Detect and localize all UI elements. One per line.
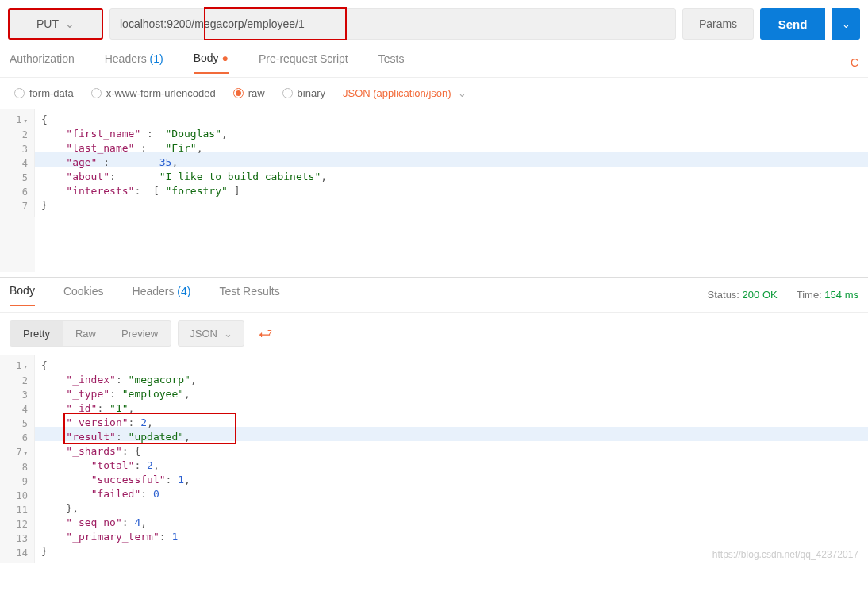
line-gutter: 1234567 (0, 109, 35, 217)
response-body-editor[interactable]: 1234567891011121314 { "_index": "megacor… (0, 355, 868, 563)
radio-icon (14, 88, 25, 98)
params-button[interactable]: Params (682, 8, 754, 40)
chevron-down-icon: ⌄ (842, 18, 851, 30)
view-raw-button[interactable]: Raw (63, 321, 109, 346)
resp-tab-headers[interactable]: Headers (4) (133, 285, 191, 305)
radio-form-data[interactable]: form-data (14, 87, 74, 99)
radio-icon (91, 88, 102, 98)
http-method-select[interactable]: PUT ⌄ (8, 8, 103, 40)
watermark-text: https://blog.csdn.net/qq_42372017 (712, 549, 858, 560)
resp-tab-cookies[interactable]: Cookies (63, 285, 104, 305)
radio-binary[interactable]: binary (282, 87, 325, 99)
radio-icon (282, 88, 293, 98)
view-preview-button[interactable]: Preview (109, 321, 171, 346)
response-status: Status: 200 OK Time: 154 ms (708, 289, 858, 301)
resp-tab-body[interactable]: Body (10, 284, 35, 306)
tab-headers[interactable]: Headers (1) (105, 52, 163, 73)
chevron-down-icon: ⌄ (65, 17, 75, 30)
chevron-down-icon: ⌄ (224, 328, 232, 340)
radio-icon (233, 88, 244, 98)
view-pretty-button[interactable]: Pretty (10, 321, 63, 346)
modified-dot-icon: ● (221, 52, 228, 64)
url-text: localhost:9200/megacorp/employee/1 (120, 17, 305, 30)
view-mode-group: Pretty Raw Preview (10, 320, 171, 347)
http-method-value: PUT (36, 17, 59, 30)
body-format-select[interactable]: JSON (application/json)⌄ (343, 87, 467, 99)
tab-tests[interactable]: Tests (378, 52, 405, 73)
wrap-lines-button[interactable]: ⮐ (251, 320, 281, 347)
wrap-icon: ⮐ (259, 325, 273, 341)
code-area[interactable]: { "first_name" : "Douglas", "last_name" … (35, 109, 868, 217)
tab-pre-request[interactable]: Pre-request Script (259, 52, 348, 73)
response-format-select[interactable]: JSON ⌄ (178, 320, 244, 347)
request-body-editor[interactable]: 1234567 { "first_name" : "Douglas", "las… (0, 109, 868, 217)
code-area[interactable]: { "_index": "megacorp", "_type": "employ… (35, 355, 868, 563)
send-dropdown-button[interactable]: ⌄ (832, 8, 860, 40)
chevron-down-icon: ⌄ (458, 87, 467, 99)
send-button[interactable]: Send (760, 8, 825, 40)
code-link[interactable]: C (851, 56, 858, 69)
url-input[interactable]: localhost:9200/megacorp/employee/1 (109, 8, 676, 40)
line-gutter: 1234567891011121314 (0, 355, 35, 563)
radio-raw[interactable]: raw (233, 87, 265, 99)
resp-tab-test-results[interactable]: Test Results (219, 285, 279, 305)
radio-urlencoded[interactable]: x-www-form-urlencoded (91, 87, 216, 99)
tab-body[interactable]: Body ● (194, 52, 229, 74)
tab-authorization[interactable]: Authorization (10, 52, 75, 73)
